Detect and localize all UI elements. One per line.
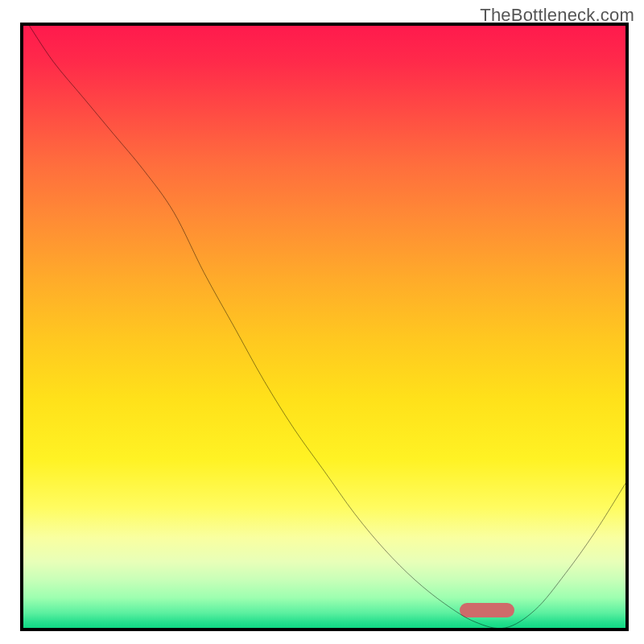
curve-path	[29, 26, 625, 628]
plot-area	[20, 23, 629, 631]
watermark-text: TheBottleneck.com	[480, 5, 634, 26]
chart-container: TheBottleneck.com	[0, 0, 644, 644]
bottleneck-curve	[23, 26, 625, 628]
